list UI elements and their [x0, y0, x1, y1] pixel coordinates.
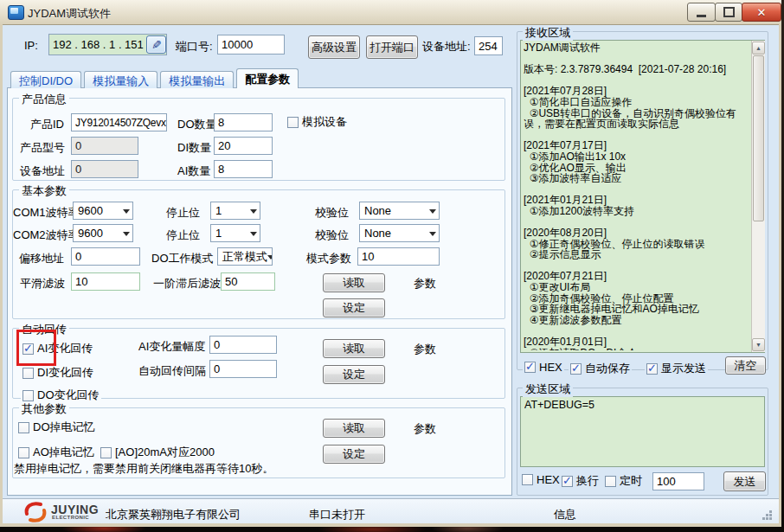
do-count-label: DO数量: [177, 117, 217, 132]
title-bar[interactable]: JYDAM调试软件 ✕: [0, 0, 781, 25]
receive-log: JYDAM调试软件 版本号: 2.3.7879.36494 [2021-07-2…: [524, 42, 747, 350]
ao-memory-checkbox[interactable]: AO掉电记忆: [16, 445, 96, 460]
com1-baud-label: COM1波特率: [13, 205, 80, 221]
checkbox-icon: [524, 362, 536, 373]
chevron-down-icon: [250, 232, 257, 240]
checkbox-icon: [570, 363, 582, 375]
resize-grip[interactable]: [769, 517, 772, 520]
tab-analog-output[interactable]: 模拟量输出: [160, 71, 234, 88]
tx-hex-checkbox[interactable]: HEX: [520, 473, 562, 486]
maximize-button[interactable]: [715, 3, 742, 22]
auto-param-label: 参数: [414, 342, 436, 357]
do-mode-select[interactable]: 正常模式: [217, 247, 273, 266]
checkbox-icon: [22, 390, 34, 401]
tx-hex-label: HEX: [537, 473, 560, 486]
di-change-checkbox[interactable]: DI变化回传: [21, 365, 95, 381]
timer-interval-input[interactable]: 100: [652, 472, 704, 490]
ai-count-input[interactable]: 8: [214, 160, 273, 178]
scrollbar-thumb[interactable]: [753, 55, 764, 221]
ai-amplitude-input[interactable]: 0: [209, 336, 277, 354]
basic-set-button[interactable]: 设定: [323, 298, 385, 317]
lag-filter-input[interactable]: 50: [221, 272, 275, 291]
offset-addr-input[interactable]: 0: [71, 247, 140, 266]
stop-bit2-label: 停止位: [166, 228, 200, 243]
port-label: 端口号:: [176, 39, 213, 54]
ao-20ma-label: [AO]20mA对应2000: [115, 445, 215, 460]
device-addr-label: 设备地址:: [422, 39, 471, 54]
scroll-up-icon[interactable]: ▲: [752, 42, 765, 54]
device-addr-input[interactable]: 254: [474, 36, 503, 55]
parity2-select[interactable]: None: [359, 224, 440, 242]
app-icon: [8, 5, 24, 20]
receive-scrollbar[interactable]: ▲ ▼: [751, 41, 765, 352]
parity1-select[interactable]: None: [359, 202, 440, 220]
chevron-down-icon: [267, 255, 273, 263]
product-model-input[interactable]: 0: [71, 137, 138, 155]
rx-hex-label: HEX: [539, 361, 562, 374]
device-address-value: 0: [75, 163, 81, 176]
basic-read-button[interactable]: 读取: [323, 273, 385, 292]
receive-textarea[interactable]: JYDAM调试软件 版本号: 2.3.7879.36494 [2021-07-2…: [520, 40, 765, 353]
newline-label: 换行: [576, 473, 599, 489]
port-input[interactable]: 10000: [217, 35, 285, 54]
newline-checkbox[interactable]: 换行: [560, 473, 601, 489]
do-change-checkbox[interactable]: DO变化回传: [21, 388, 101, 403]
lag-filter-label: 一阶滞后滤波: [153, 276, 221, 292]
stop-bit2-value: 1: [215, 227, 222, 240]
ai-change-checkbox[interactable]: AI变化回传: [21, 341, 94, 356]
parity1-value: None: [364, 204, 391, 217]
rx-hex-checkbox[interactable]: HEX: [523, 361, 564, 374]
close-button[interactable]: ✕: [742, 3, 781, 22]
com2-baud-select[interactable]: 9600: [73, 224, 133, 242]
scroll-down-icon[interactable]: ▼: [752, 338, 765, 351]
clear-button[interactable]: 清空: [725, 356, 766, 375]
checkbox-icon: [22, 368, 34, 379]
auto-set-button[interactable]: 设定: [323, 365, 385, 384]
other-read-button[interactable]: 读取: [323, 419, 385, 438]
com1-baud-select[interactable]: 9600: [73, 202, 133, 220]
di-count-input[interactable]: 20: [214, 137, 273, 155]
close-icon: ✕: [757, 6, 767, 19]
ai-amplitude-value: 0: [214, 338, 220, 351]
ai-count-value: 8: [218, 163, 224, 176]
edit-ip-button[interactable]: ✎: [146, 35, 166, 54]
minimize-button[interactable]: [687, 3, 716, 22]
timer-checkbox[interactable]: 定时: [603, 473, 644, 489]
do-count-input[interactable]: 8: [214, 113, 273, 131]
tab-control-dido[interactable]: 控制DI/DO: [10, 71, 81, 88]
stop-bit1-value: 1: [215, 204, 222, 217]
mode-param-input[interactable]: 10: [357, 247, 440, 266]
show-send-label: 显示发送: [661, 361, 706, 376]
stop-bit2-select[interactable]: 1: [210, 224, 260, 242]
tab-config-params[interactable]: 配置参数: [236, 68, 299, 88]
offset-addr-value: 0: [75, 250, 81, 263]
auto-interval-input[interactable]: 0: [209, 360, 277, 378]
ao-20ma-checkbox[interactable]: [AO]20mA对应2000: [99, 445, 216, 460]
open-port-button[interactable]: 打开端口: [366, 35, 418, 59]
tab-analog-input[interactable]: 模拟量输入: [84, 71, 157, 88]
device-addr-value: 254: [479, 40, 498, 53]
send-button[interactable]: 发送: [723, 471, 766, 491]
ip-value: 192 . 168 . 1 . 151: [53, 38, 144, 51]
autosave-checkbox[interactable]: 自动保存: [569, 361, 632, 376]
checkbox-icon: [287, 117, 299, 128]
auto-read-button[interactable]: 读取: [323, 339, 385, 358]
product-id-input[interactable]: JY912014507ZQevx: [71, 113, 167, 131]
other-set-button[interactable]: 设定: [323, 445, 385, 464]
app-window: JYDAM调试软件 ✕ IP: 192 . 168 . 1 . 151 ✎ 端口…: [0, 0, 781, 527]
do-memory-checkbox[interactable]: DO掉电记忆: [16, 420, 97, 435]
show-send-checkbox[interactable]: 显示发送: [645, 361, 708, 376]
stop-bit1-select[interactable]: 1: [210, 202, 260, 220]
smooth-filter-input[interactable]: 10: [71, 272, 140, 291]
device-address-input[interactable]: 0: [71, 160, 138, 178]
other-param-label: 参数: [414, 421, 436, 437]
product-model-label: 产品型号: [20, 140, 65, 156]
simulate-device-checkbox[interactable]: 模拟设备: [286, 114, 349, 130]
chevron-down-icon: [429, 209, 436, 217]
autosave-label: 自动保存: [585, 361, 630, 376]
product-id-label: 产品ID: [30, 117, 64, 132]
ao-memory-label: AO掉电记忆: [33, 445, 94, 460]
do-mode-value: 正常模式: [222, 249, 267, 265]
advanced-settings-button[interactable]: 高级设置: [308, 35, 360, 59]
send-textarea[interactable]: AT+DEBUG=5: [520, 396, 765, 467]
